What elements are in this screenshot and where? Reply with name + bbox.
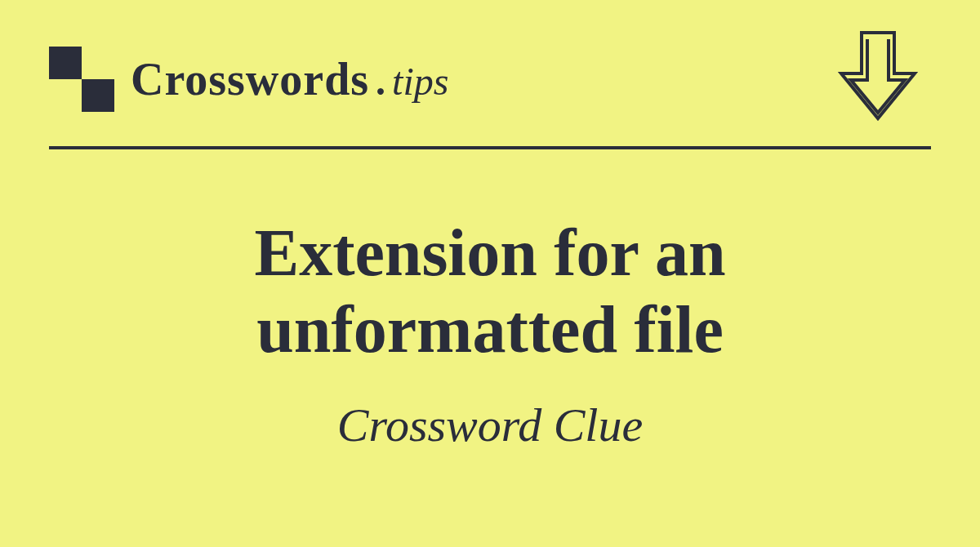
crossword-grid-icon	[49, 47, 114, 112]
arrow-section	[833, 24, 931, 134]
down-arrow-icon	[833, 24, 923, 131]
logo-tips-text: tips	[392, 59, 448, 104]
logo-dot: .	[376, 59, 385, 104]
logo-text: Crosswords . tips	[131, 53, 448, 105]
main-content: Extension for an unformatted file Crossw…	[0, 149, 980, 452]
clue-title: Extension for an unformatted file	[0, 215, 980, 369]
header: Crosswords . tips	[0, 0, 980, 134]
logo-section[interactable]: Crosswords . tips	[49, 47, 448, 112]
logo-main-text: Crosswords	[131, 53, 369, 105]
clue-subtitle: Crossword Clue	[0, 398, 980, 452]
